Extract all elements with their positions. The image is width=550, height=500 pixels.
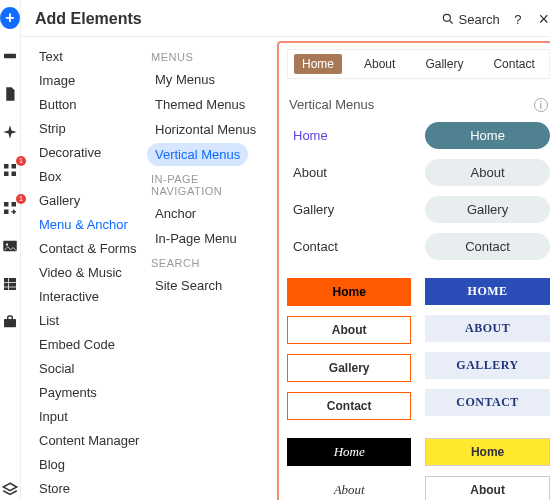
svg-rect-1	[4, 164, 9, 169]
category-item[interactable]: Gallery	[33, 189, 135, 212]
hnav-tab[interactable]: Gallery	[417, 54, 471, 74]
business-icon[interactable]	[0, 312, 20, 332]
category-item[interactable]: Contact & Forms	[33, 237, 135, 260]
category-item[interactable]: Strip	[33, 117, 135, 140]
svg-rect-2	[12, 164, 17, 169]
vertical-menu-style-black[interactable]: Home About	[287, 438, 411, 500]
subgroup-heading: IN-PAGE NAVIGATION	[151, 173, 261, 197]
menu-item: Home	[287, 122, 411, 149]
menu-item: Home	[425, 122, 549, 149]
menu-item: Home	[287, 278, 411, 306]
subgroup-heading: SEARCH	[151, 257, 261, 269]
vertical-menu-style-navy[interactable]: HOME ABOUT GALLERY CONTACT	[425, 278, 549, 420]
search-button[interactable]: Search	[441, 12, 500, 27]
subcategory-item[interactable]: Horizontal Menus	[147, 118, 264, 141]
menu-item: HOME	[425, 278, 549, 305]
svg-rect-3	[4, 172, 9, 177]
subcategory-item[interactable]: Themed Menus	[147, 93, 253, 116]
category-item[interactable]: Embed Code	[33, 333, 135, 356]
menu-item: Gallery	[425, 196, 549, 223]
menu-item: About	[425, 159, 549, 186]
category-item[interactable]: Text	[33, 45, 135, 68]
subcategory-item[interactable]: Anchor	[147, 202, 204, 225]
subcategory-item[interactable]: Site Search	[147, 274, 230, 297]
category-item[interactable]: Image	[33, 69, 135, 92]
menu-item: ABOUT	[425, 315, 549, 342]
hnav-tab[interactable]: Home	[294, 54, 342, 74]
left-rail: + 1 1	[0, 0, 21, 500]
menu-item: Home	[425, 438, 549, 466]
vertical-menu-style-orange[interactable]: Home About Gallery Contact	[287, 278, 411, 420]
subcategory-item[interactable]: My Menus	[147, 68, 223, 91]
category-item[interactable]: Payments	[33, 381, 135, 404]
close-button[interactable]: ×	[536, 11, 550, 27]
media-icon[interactable]	[0, 236, 20, 256]
panel-header: Add Elements Search ? ×	[21, 0, 550, 37]
vertical-menu-style-pill[interactable]: Home About Gallery Contact	[425, 122, 549, 260]
section-title: Vertical Menus	[289, 97, 374, 112]
preview-highlight: Home About Gallery Contact Vertical Menu…	[277, 41, 550, 500]
badge: 1	[16, 156, 26, 166]
layers-icon[interactable]	[0, 480, 20, 500]
badge: 1	[16, 194, 26, 204]
svg-rect-4	[12, 172, 17, 177]
svg-rect-10	[4, 278, 16, 290]
design-icon[interactable]	[0, 122, 20, 142]
svg-rect-6	[12, 202, 17, 207]
vertical-menu-style-yellow[interactable]: Home About	[425, 438, 549, 500]
add-button[interactable]: +	[0, 8, 20, 28]
svg-rect-5	[4, 202, 9, 207]
menu-item: About	[425, 476, 549, 500]
category-list: TextImageButtonStripDecorativeBoxGallery…	[21, 37, 141, 500]
category-item[interactable]: Decorative	[33, 141, 135, 164]
subgroup-heading: MENUS	[151, 51, 261, 63]
apps-icon[interactable]: 1	[0, 160, 20, 180]
menu-item: Gallery	[287, 354, 411, 382]
svg-rect-0	[4, 54, 16, 59]
data-icon[interactable]	[0, 274, 20, 294]
svg-rect-7	[4, 210, 9, 215]
category-item[interactable]: Box	[33, 165, 135, 188]
category-item[interactable]: Input	[33, 405, 135, 428]
menu-item: GALLERY	[425, 352, 549, 379]
search-label: Search	[459, 12, 500, 27]
svg-point-12	[443, 14, 450, 21]
page-icon[interactable]	[0, 84, 20, 104]
category-item[interactable]: Interactive	[33, 285, 135, 308]
svg-point-9	[6, 243, 8, 245]
category-item[interactable]: Blog	[33, 453, 135, 476]
search-icon	[441, 12, 455, 26]
subcategory-item[interactable]: Vertical Menus	[147, 143, 248, 166]
subcategory-item[interactable]: In-Page Menu	[147, 227, 245, 250]
category-item[interactable]: Content Manager	[33, 429, 135, 452]
menu-item: Contact	[425, 233, 549, 260]
category-item[interactable]: Menu & Anchor	[33, 213, 135, 236]
panel-title: Add Elements	[35, 10, 431, 28]
preview-area: Home About Gallery Contact Vertical Menu…	[271, 37, 550, 500]
menu-item: Contact	[287, 392, 411, 420]
menu-item: About	[287, 476, 411, 500]
apps2-icon[interactable]: 1	[0, 198, 20, 218]
menu-item: Contact	[287, 233, 411, 260]
hnav-tab[interactable]: About	[356, 54, 403, 74]
subcategory-list: MENUSMy MenusThemed MenusHorizontal Menu…	[141, 37, 271, 500]
menu-item: About	[287, 159, 411, 186]
menu-item: Gallery	[287, 196, 411, 223]
vertical-menu-style-plain[interactable]: Home About Gallery Contact	[287, 122, 411, 260]
category-item[interactable]: Social	[33, 357, 135, 380]
section-icon[interactable]	[0, 46, 20, 66]
menu-item: CONTACT	[425, 389, 549, 416]
add-elements-panel: Add Elements Search ? × TextImageButtonS…	[21, 0, 550, 500]
horizontal-menu-preview[interactable]: Home About Gallery Contact	[287, 49, 550, 79]
info-icon[interactable]: i	[534, 98, 548, 112]
hnav-tab[interactable]: Contact	[485, 54, 542, 74]
menu-item: Home	[287, 438, 411, 466]
category-item[interactable]: List	[33, 309, 135, 332]
help-button[interactable]: ?	[510, 11, 526, 27]
category-item[interactable]: Button	[33, 93, 135, 116]
category-item[interactable]: Video & Music	[33, 261, 135, 284]
menu-item: About	[287, 316, 411, 344]
svg-rect-11	[4, 319, 16, 327]
category-item[interactable]: Store	[33, 477, 135, 500]
